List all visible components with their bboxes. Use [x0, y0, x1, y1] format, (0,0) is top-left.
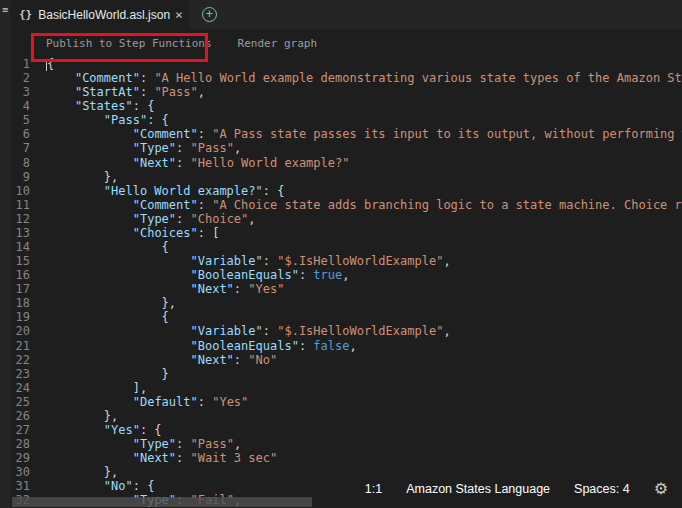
codelens-bar: Publish to Step Functions Render graph	[10, 29, 682, 57]
code-line[interactable]: 12 "Type": "Choice",	[10, 212, 682, 226]
code-text: "Type": "Pass",	[46, 437, 241, 451]
code-line[interactable]: 3 "StartAt": "Pass",	[10, 85, 682, 99]
cursor-position[interactable]: 1:1	[365, 482, 382, 496]
line-number: 27	[10, 423, 30, 437]
line-number: 17	[10, 282, 30, 296]
code-line[interactable]: 22 "Next": "No"	[10, 353, 682, 367]
code-text: "Next": "Yes"	[46, 282, 284, 296]
publish-to-step-functions-link[interactable]: Publish to Step Functions	[46, 37, 212, 57]
indentation-setting[interactable]: Spaces: 4	[574, 482, 630, 496]
line-number: 18	[10, 296, 30, 310]
close-icon[interactable]: ×	[175, 8, 183, 21]
line-number: 6	[10, 127, 30, 141]
code-line[interactable]: 18 },	[10, 296, 682, 310]
activity-bar-strip: ≡	[0, 0, 10, 508]
render-graph-link[interactable]: Render graph	[238, 37, 317, 57]
line-number: 11	[10, 198, 30, 212]
code-text: },	[46, 170, 118, 184]
code-line[interactable]: 23 }	[10, 367, 682, 381]
code-line[interactable]: 1{	[10, 57, 682, 71]
code-text: "Type": "Choice",	[46, 212, 256, 226]
line-number: 12	[10, 212, 30, 226]
line-number: 15	[10, 254, 30, 268]
code-line[interactable]: 29 "Next": "Wait 3 sec"	[10, 451, 682, 465]
line-number: 20	[10, 324, 30, 338]
code-text: "Variable": "$.IsHelloWorldExample",	[46, 324, 451, 338]
line-number: 26	[10, 409, 30, 423]
code-text: "Yes": {	[46, 423, 162, 437]
code-text: },	[46, 296, 176, 310]
code-line[interactable]: 7 "Type": "Pass",	[10, 141, 682, 155]
code-line[interactable]: 27 "Yes": {	[10, 423, 682, 437]
line-number: 29	[10, 451, 30, 465]
line-number: 2	[10, 71, 30, 85]
line-number: 23	[10, 367, 30, 381]
line-number: 3	[10, 85, 30, 99]
code-text: "Comment": "A Choice state adds branchin…	[46, 198, 682, 212]
line-number: 22	[10, 353, 30, 367]
code-text: "Next": "No"	[46, 353, 277, 367]
code-line[interactable]: 8 "Next": "Hello World example?"	[10, 156, 682, 170]
code-line[interactable]: 17 "Next": "Yes"	[10, 282, 682, 296]
code-line[interactable]: 30 },	[10, 465, 682, 479]
code-text: "BooleanEquals": false,	[46, 339, 357, 353]
line-number: 19	[10, 310, 30, 324]
code-line[interactable]: 9 },	[10, 170, 682, 184]
code-text: "Comment": "A Pass state passes its inpu…	[46, 127, 682, 141]
plus-icon: +	[206, 8, 213, 20]
code-line[interactable]: 4 "States": {	[10, 99, 682, 113]
code-line[interactable]: 25 "Default": "Yes"	[10, 395, 682, 409]
code-line[interactable]: 2 "Comment": "A Hello World example demo…	[10, 71, 682, 85]
code-lines: 1{2 "Comment": "A Hello World example de…	[10, 57, 682, 508]
code-text: },	[46, 409, 118, 423]
code-line[interactable]: 24 ],	[10, 381, 682, 395]
code-text: "Next": "Wait 3 sec"	[46, 451, 277, 465]
code-text: "States": {	[46, 99, 154, 113]
code-line[interactable]: 28 "Type": "Pass",	[10, 437, 682, 451]
code-text: "Type": "Pass",	[46, 141, 241, 155]
settings-gear-icon[interactable]: ⚙	[654, 481, 668, 497]
code-text: },	[46, 465, 118, 479]
line-number: 21	[10, 339, 30, 353]
line-number: 5	[10, 113, 30, 127]
line-number: 13	[10, 226, 30, 240]
code-line[interactable]: 11 "Comment": "A Choice state adds branc…	[10, 198, 682, 212]
line-number: 30	[10, 465, 30, 479]
line-number: 9	[10, 170, 30, 184]
code-line[interactable]: 19 {	[10, 310, 682, 324]
code-line[interactable]: 20 "Variable": "$.IsHelloWorldExample",	[10, 324, 682, 338]
code-text: "Choices": [	[46, 226, 219, 240]
code-line[interactable]: 13 "Choices": [	[10, 226, 682, 240]
code-line[interactable]: 15 "Variable": "$.IsHelloWorldExample",	[10, 254, 682, 268]
code-line[interactable]: 5 "Pass": {	[10, 113, 682, 127]
line-number: 4	[10, 99, 30, 113]
code-text: "No": {	[46, 479, 154, 493]
code-line[interactable]: 10 "Hello World example?": {	[10, 184, 682, 198]
code-line[interactable]: 6 "Comment": "A Pass state passes its in…	[10, 127, 682, 141]
line-number: 14	[10, 240, 30, 254]
code-line[interactable]: 16 "BooleanEquals": true,	[10, 268, 682, 282]
code-line[interactable]: 26 },	[10, 409, 682, 423]
code-editor: Publish to Step Functions Render graph 1…	[10, 29, 682, 508]
code-text: ],	[46, 381, 147, 395]
code-text: }	[46, 367, 169, 381]
add-button[interactable]: +	[202, 7, 217, 22]
code-text: {	[46, 57, 54, 71]
code-line[interactable]: 14 {	[10, 240, 682, 254]
horizontal-scrollbar-thumb[interactable]	[12, 497, 312, 507]
tab-bar: {} BasicHelloWorld.asl.json × +	[10, 0, 682, 29]
line-number: 24	[10, 381, 30, 395]
language-mode[interactable]: Amazon States Language	[406, 482, 550, 496]
line-number: 10	[10, 184, 30, 198]
tab-basichelloworld[interactable]: {} BasicHelloWorld.asl.json ×	[10, 0, 190, 29]
code-text: "Pass": {	[46, 113, 169, 127]
line-number: 25	[10, 395, 30, 409]
code-text: "Variable": "$.IsHelloWorldExample",	[46, 254, 451, 268]
code-text: "Comment": "A Hello World example demons…	[46, 71, 682, 85]
code-text: "BooleanEquals": true,	[46, 268, 349, 282]
code-text: "Next": "Hello World example?"	[46, 156, 349, 170]
code-line[interactable]: 21 "BooleanEquals": false,	[10, 339, 682, 353]
line-number: 8	[10, 156, 30, 170]
line-number: 1	[10, 57, 30, 71]
menu-icon[interactable]: ≡	[0, 5, 10, 15]
